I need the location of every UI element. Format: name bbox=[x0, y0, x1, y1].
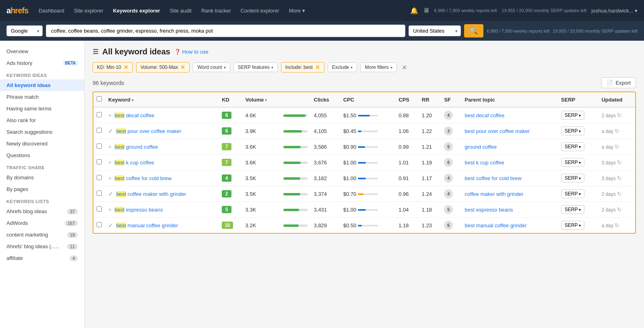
refresh-icon-4[interactable]: ↻ bbox=[617, 175, 622, 181]
keyword-link-2[interactable]: best ground coffee bbox=[115, 144, 158, 150]
how-to-use-link[interactable]: ❓ How to use bbox=[174, 49, 208, 55]
nav-keywords-explorer[interactable]: Keywords explorer bbox=[109, 5, 164, 16]
row-checkbox-4[interactable] bbox=[97, 175, 102, 180]
keyword-link-0[interactable]: best decaf coffee bbox=[115, 112, 155, 118]
include-filter-clear[interactable]: ✕ bbox=[315, 64, 320, 71]
sidebar-item-search-suggestions[interactable]: Search suggestions bbox=[0, 126, 84, 138]
parent-topic-link-1[interactable]: best pour over coffee maker bbox=[465, 128, 530, 134]
row-checkbox-2[interactable] bbox=[97, 143, 102, 149]
sidebar-item-having-same-terms[interactable]: Having same terms bbox=[0, 103, 84, 114]
keyword-link-1[interactable]: best pour over coffee maker bbox=[116, 128, 182, 134]
th-volume[interactable]: Volume bbox=[242, 92, 280, 107]
row-icon-1[interactable]: ✓ bbox=[108, 128, 113, 134]
refresh-icon-1[interactable]: ↻ bbox=[615, 128, 619, 134]
serp-button-6[interactable]: SERP ▾ bbox=[561, 205, 585, 214]
select-all-checkbox[interactable] bbox=[97, 96, 102, 102]
export-button[interactable]: 📄 Export bbox=[601, 77, 636, 88]
serp-button-7[interactable]: SERP ▾ bbox=[561, 221, 585, 230]
sidebar-item-also-rank-for[interactable]: Also rank for bbox=[0, 114, 84, 126]
row-icon-0[interactable]: + bbox=[108, 112, 111, 118]
row-checkbox-3[interactable] bbox=[97, 159, 102, 164]
country-select-wrapper: United States bbox=[409, 25, 461, 36]
nav-content-explorer[interactable]: Content explorer bbox=[237, 5, 283, 16]
refresh-icon-7[interactable]: ↻ bbox=[615, 222, 619, 228]
nav-rank-tracker[interactable]: Rank tracker bbox=[197, 5, 235, 16]
sidebar-item-affiliate[interactable]: affiliate 4 bbox=[0, 252, 84, 264]
sidebar-item-questions[interactable]: Questions bbox=[0, 149, 84, 161]
keyword-link-6[interactable]: best espresso beans bbox=[115, 207, 163, 213]
refresh-icon-0[interactable]: ↻ bbox=[617, 112, 622, 118]
row-checkbox-5[interactable] bbox=[97, 191, 102, 196]
sidebar-item-by-pages[interactable]: By pages bbox=[0, 183, 84, 195]
serp-features-filter[interactable]: SERP features ▾ bbox=[233, 62, 278, 72]
row-icon-2[interactable]: + bbox=[108, 143, 111, 150]
nav-dashboard[interactable]: Dashboard bbox=[35, 5, 68, 16]
sidebar-item-all-keyword-ideas[interactable]: All keyword ideas bbox=[0, 79, 84, 91]
serp-button-1[interactable]: SERP ▾ bbox=[561, 127, 585, 135]
logo[interactable]: ahrefs bbox=[6, 6, 28, 15]
sidebar-item-phrase-match[interactable]: Phrase match bbox=[0, 91, 84, 103]
user-menu[interactable]: joshua.hardwick... ▾ bbox=[591, 8, 638, 14]
table-header-row: Keyword KD Volume Clicks CPC CPS RR SF P… bbox=[93, 92, 635, 107]
parent-topic-link-3[interactable]: best k cup coffee bbox=[465, 160, 504, 166]
row-icon-7[interactable]: ✓ bbox=[108, 222, 113, 228]
sidebar-item-ahrefs-blog-ideas-2[interactable]: Ahrefs' blog ideas (..… 11 bbox=[0, 241, 84, 252]
serp-button-3[interactable]: SERP ▾ bbox=[561, 158, 585, 167]
keywords-input[interactable] bbox=[46, 25, 405, 37]
parent-topic-link-7[interactable]: best manual coffee grinder bbox=[465, 222, 527, 228]
row-icon-4[interactable]: + bbox=[108, 175, 111, 181]
clear-all-filters[interactable]: ✕ bbox=[402, 64, 407, 71]
row-checkbox-6[interactable] bbox=[97, 206, 102, 212]
row-checkbox-7[interactable] bbox=[97, 222, 102, 227]
nav-site-explorer[interactable]: Site explorer bbox=[70, 5, 107, 16]
nav-more[interactable]: More ▾ bbox=[285, 5, 309, 16]
row-icon-3[interactable]: + bbox=[108, 159, 111, 166]
serp-button-2[interactable]: SERP ▾ bbox=[561, 142, 585, 151]
sidebar-item-content-marketing[interactable]: content marketing 19 bbox=[0, 229, 84, 241]
exclude-filter[interactable]: Exclude ▾ bbox=[328, 62, 357, 72]
word-count-filter[interactable]: Word count ▾ bbox=[193, 62, 230, 72]
row-icon-5[interactable]: ✓ bbox=[108, 191, 113, 197]
row-checkbox-1[interactable] bbox=[97, 128, 102, 133]
nav-site-audit[interactable]: Site audit bbox=[166, 5, 196, 16]
keyword-link-7[interactable]: best manual coffee grinder bbox=[116, 222, 178, 228]
more-filters[interactable]: More filters ▾ bbox=[360, 62, 396, 72]
parent-topic-link-0[interactable]: best decaf coffee bbox=[465, 112, 505, 118]
refresh-icon-2[interactable]: ↻ bbox=[615, 143, 619, 150]
parent-topic-link-2[interactable]: ground coffee bbox=[465, 144, 497, 150]
cpc-bar-6 bbox=[358, 209, 378, 211]
kd-filter-chip[interactable]: KD: Min-10 ✕ bbox=[93, 62, 133, 73]
refresh-icon-3[interactable]: ↻ bbox=[617, 159, 622, 166]
refresh-icon-5[interactable]: ↻ bbox=[617, 191, 622, 197]
refresh-icon-6[interactable]: ↻ bbox=[617, 206, 622, 213]
sidebar-item-ads-history[interactable]: Ads history BETA bbox=[0, 57, 84, 69]
row-checkbox-0[interactable] bbox=[97, 112, 102, 117]
row-icon-6[interactable]: + bbox=[108, 206, 111, 213]
th-keyword[interactable]: Keyword bbox=[105, 92, 219, 107]
serp-button-0[interactable]: SERP ▾ bbox=[561, 111, 585, 120]
sidebar-item-newly-discovered[interactable]: Newly discovered bbox=[0, 138, 84, 149]
notification-icon[interactable]: 🔔 bbox=[410, 7, 418, 15]
parent-topic-link-5[interactable]: coffee maker with grinder bbox=[465, 191, 524, 197]
parent-topic-link-4[interactable]: best coffee for cold brew bbox=[465, 175, 522, 181]
sidebar-item-by-domains[interactable]: By domains bbox=[0, 172, 84, 183]
keyword-link-4[interactable]: best coffee for cold brew bbox=[115, 175, 171, 181]
sidebar-item-adwords[interactable]: AdWords 167 bbox=[0, 217, 84, 229]
sidebar-item-overview[interactable]: Overview bbox=[0, 46, 84, 57]
keyword-link-3[interactable]: best k cup coffee bbox=[115, 160, 154, 166]
word-count-arrow: ▾ bbox=[224, 65, 226, 70]
serp-button-4[interactable]: SERP ▾ bbox=[561, 174, 585, 183]
sidebar-item-ahrefs-blog-ideas[interactable]: Ahrefs blog ideas 37 bbox=[0, 206, 84, 217]
volume-filter-clear[interactable]: ✕ bbox=[180, 64, 185, 71]
screen-icon[interactable]: 🖥 bbox=[423, 7, 429, 14]
kd-filter-clear[interactable]: ✕ bbox=[124, 64, 128, 71]
include-filter-chip[interactable]: Include: best ✕ bbox=[281, 62, 324, 73]
engine-select[interactable]: Google bbox=[6, 25, 43, 36]
parent-topic-link-6[interactable]: best espresso beans bbox=[465, 207, 513, 213]
volume-filter-chip[interactable]: Volume: 500-Max ✕ bbox=[136, 62, 190, 73]
serp-button-5[interactable]: SERP ▾ bbox=[561, 189, 585, 198]
search-button[interactable]: 🔍 bbox=[464, 24, 483, 37]
keyword-link-5[interactable]: best coffee maker with grinder bbox=[116, 191, 186, 197]
country-select[interactable]: United States bbox=[409, 25, 461, 36]
hamburger-icon[interactable]: ☰ bbox=[93, 48, 98, 56]
